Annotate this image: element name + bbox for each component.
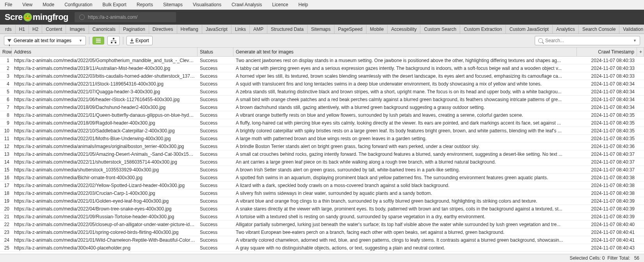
table-row[interactable]: 9https://a-z-animals.com/media/2018/09/R… (0, 119, 644, 127)
search-icon (538, 38, 543, 43)
tab-analytics[interactable]: Analytics (553, 25, 579, 34)
table-row[interactable]: 17https://a-z-animals.com/media/2022/02/… (0, 182, 644, 189)
tab-custom-search[interactable]: Custom Search (420, 25, 460, 34)
list-icon (96, 39, 101, 43)
table-row[interactable]: 2https://a-z-animals.com/media/2019/11/A… (0, 64, 644, 72)
menu-view[interactable]: View (21, 1, 34, 8)
url-text: https://a-z-animals.com/ (88, 14, 137, 20)
search-input[interactable] (545, 38, 631, 43)
tab-images[interactable]: Images (66, 25, 89, 34)
table-row[interactable]: 5https://a-z-animals.com/media/2021/07/Q… (0, 88, 644, 96)
add-column-button[interactable]: + (637, 48, 644, 56)
menu-visualisations[interactable]: Visualisations (191, 1, 223, 8)
tab-rds[interactable]: rds (2, 25, 16, 34)
filter-dropdown[interactable]: Generate alt text for images ▼ (4, 36, 86, 45)
cell-row-num: 13 (0, 151, 12, 158)
tab-structured-data[interactable]: Structured Data (267, 25, 308, 34)
header-timestamp[interactable]: Crawl Timestamp (577, 48, 637, 56)
cell-row-num: 20 (0, 205, 12, 212)
table-row[interactable]: 25https://a-z-animals.com/media/300x400-… (0, 244, 644, 252)
tab-accessibility[interactable]: Accessibility (388, 25, 420, 34)
table-row[interactable]: 6https://a-z-animals.com/media/2021/06/h… (0, 96, 644, 103)
menu-configuration[interactable]: Configuration (63, 1, 94, 8)
table-row[interactable]: 24https://a-z-animals.com/media/2021/01/… (0, 236, 644, 244)
tree-view-button[interactable] (107, 36, 120, 45)
url-input[interactable]: https://a-z-animals.com/ (75, 12, 176, 22)
chevron-down-icon[interactable]: ▼ (633, 39, 637, 43)
cell-status: Success (197, 143, 233, 150)
header-alt-text[interactable]: Generate alt text for images (233, 48, 577, 56)
table-row[interactable]: 12https://a-z-animals.com/media/animals/… (0, 143, 644, 150)
table-row[interactable]: 15https://a-z-animals.com/media/shutters… (0, 166, 644, 174)
tab-amp[interactable]: AMP (250, 25, 267, 34)
tab-links[interactable]: Links (231, 25, 250, 34)
tab-pagespeed[interactable]: PageSpeed (334, 25, 366, 34)
cell-row-num: 4 (0, 80, 12, 87)
table-row[interactable]: 4https://a-z-animals.com/media/2022/11/i… (0, 80, 644, 88)
tab-pagination[interactable]: Pagination (119, 25, 149, 34)
header-address[interactable]: Address (12, 48, 197, 56)
header-row[interactable]: Row (0, 48, 12, 56)
cell-alt-text: A vibrant orange butterfly rests on blue… (233, 112, 577, 119)
tab-custom-extraction[interactable]: Custom Extraction (460, 25, 506, 34)
header-status[interactable]: Status (197, 48, 233, 56)
table-row[interactable]: 3https://a-z-animals.com/media/2022/03/b… (0, 72, 644, 80)
cell-address: https://a-z-animals.com/media/2022/03/bi… (12, 73, 197, 80)
table-row[interactable]: 20https://a-z-animals.com/media/2022/04/… (0, 205, 644, 213)
title-bar: Scre 🐸 mingfrog https://a-z-animals.com/ (0, 10, 644, 25)
tab-validation[interactable]: Validation (619, 25, 644, 34)
logo-text-pre: Scre (5, 12, 23, 22)
tab-h2[interactable]: H2 (29, 25, 42, 34)
table-row[interactable]: 19https://a-z-animals.com/media/2021/01/… (0, 197, 644, 205)
cell-timestamp: 2024-11-07 08:40:33 (577, 65, 637, 72)
menu-mode[interactable]: Mode (41, 1, 56, 8)
table-row[interactable]: 11https://a-z-animals.com/media/2022/01/… (0, 135, 644, 143)
cell-row-num: 24 (0, 237, 12, 244)
tab-sitemaps[interactable]: Sitemaps (308, 25, 334, 34)
menu-bulk-export[interactable]: Bulk Export (101, 1, 128, 8)
cell-alt-text: An ant carries a large green leaf piece … (233, 159, 577, 166)
funnel-icon (7, 39, 11, 42)
list-view-button[interactable] (93, 37, 104, 45)
menu-help[interactable]: Help (297, 1, 310, 8)
table-row[interactable]: 13https://a-z-animals.com/media/2021/05/… (0, 150, 644, 158)
cell-row-num: 11 (0, 135, 12, 142)
search-box[interactable]: ▼ (535, 36, 640, 45)
table-row[interactable]: 8https://a-z-animals.com/media/2021/01/Q… (0, 111, 644, 119)
table-row[interactable]: 21https://a-z-animals.com/media/2021/09/… (0, 213, 644, 221)
cell-alt-text: A lizard with a dark, speckled body craw… (233, 182, 577, 189)
menu-crawl-analysis[interactable]: Crawl Analysis (230, 1, 263, 8)
tab-directives[interactable]: Directives (149, 25, 177, 34)
cell-timestamp: 2024-11-07 08:40:35 (577, 127, 637, 134)
table-row[interactable]: 7https://a-z-animals.com/media/2018/09/D… (0, 103, 644, 111)
tab-mobile[interactable]: Mobile (366, 25, 388, 34)
cell-timestamp: 2024-11-07 08:40:37 (577, 159, 637, 166)
tab-content[interactable]: Content (42, 25, 66, 34)
table-row[interactable]: 16https://a-z-animals.com/media/Bichir-o… (0, 174, 644, 182)
table-row[interactable]: 22https://a-z-animals.com/media/2022/05/… (0, 221, 644, 228)
cell-alt-text: A small cat crouches behind rocks, gazin… (233, 151, 577, 158)
cell-row-num: 10 (0, 127, 12, 134)
table-row[interactable]: 18https://a-z-animals.com/media/2022/03/… (0, 189, 644, 197)
export-button[interactable]: Export (126, 36, 153, 45)
tab-hreflang[interactable]: Hreflang (177, 25, 202, 34)
table-row[interactable]: 14https://a-z-animals.com/media/2022/11/… (0, 158, 644, 166)
table-row[interactable]: 10https://a-z-animals.com/media/2022/10/… (0, 127, 644, 135)
tab-custom-javascript[interactable]: Custom JavaScript (506, 25, 553, 34)
menu-file[interactable]: File (3, 1, 14, 8)
cell-timestamp: 2024-11-07 08:40:34 (577, 80, 637, 87)
menu-licence[interactable]: Licence (270, 1, 290, 8)
table-row[interactable]: 1https://a-z-animals.com/media/2022/05/G… (0, 57, 644, 64)
menu-reports[interactable]: Reports (135, 1, 155, 8)
app-logo: Scre 🐸 mingfrog (5, 12, 68, 22)
cell-row-num: 16 (0, 174, 12, 181)
cell-status: Success (197, 229, 233, 236)
tab-canonicals[interactable]: Canonicals (89, 25, 119, 34)
tab-h1[interactable]: H1 (16, 25, 29, 34)
table-row[interactable]: 23https://a-z-animals.com/media/2021/01/… (0, 228, 644, 236)
tab-search-console[interactable]: Search Console (579, 25, 619, 34)
cell-timestamp: 2024-11-07 08:40:36 (577, 143, 637, 150)
tab-javascript[interactable]: JavaScript (202, 25, 231, 34)
cell-address: https://a-z-animals.com/media/Bichir-orn… (12, 174, 197, 181)
menu-sitemaps[interactable]: Sitemaps (162, 1, 184, 8)
